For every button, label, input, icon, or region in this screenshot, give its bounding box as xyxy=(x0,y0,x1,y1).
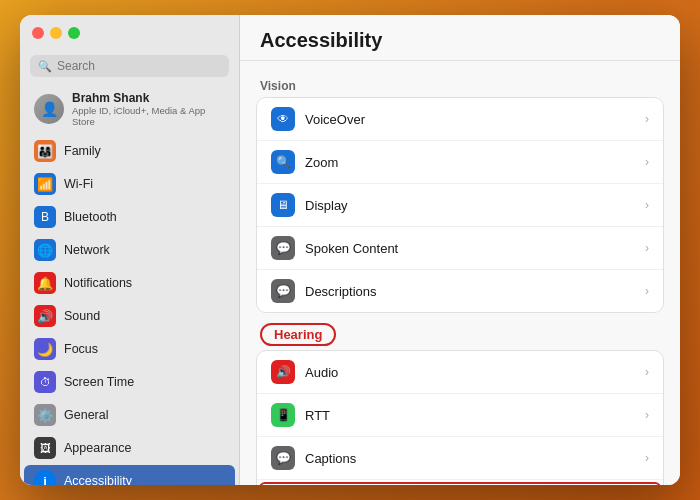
main-content: Accessibility Vision 👁 VoiceOver › 🔍 Zoo… xyxy=(240,15,680,485)
spokencontent-row[interactable]: 💬 Spoken Content › xyxy=(257,227,663,270)
audio-icon: 🔊 xyxy=(271,360,295,384)
sidebar-item-label: General xyxy=(64,408,108,422)
sidebar-item-general[interactable]: ⚙️ General xyxy=(24,399,235,431)
spokencontent-icon: 💬 xyxy=(271,236,295,260)
vision-settings-group: 👁 VoiceOver › 🔍 Zoom › 🖥 Display › 💬 Spo… xyxy=(256,97,664,313)
search-bar[interactable]: 🔍 xyxy=(30,55,229,77)
sidebar-item-wifi[interactable]: 📶 Wi-Fi xyxy=(24,168,235,200)
title-bar xyxy=(20,15,239,51)
zoom-row[interactable]: 🔍 Zoom › xyxy=(257,141,663,184)
notifications-icon: 🔔 xyxy=(34,272,56,294)
chevron-icon: › xyxy=(645,241,649,255)
system-preferences-window: 🔍 👤 Brahm Shank Apple ID, iCloud+, Media… xyxy=(20,15,680,485)
hearing-section-header: Hearing xyxy=(256,323,664,346)
sidebar-item-bluetooth[interactable]: B Bluetooth xyxy=(24,201,235,233)
sidebar-item-focus[interactable]: 🌙 Focus xyxy=(24,333,235,365)
sidebar-item-label: Focus xyxy=(64,342,98,356)
user-profile-row[interactable]: 👤 Brahm Shank Apple ID, iCloud+, Media &… xyxy=(24,85,235,133)
family-icon: 👨‍👩‍👧 xyxy=(34,140,56,162)
chevron-icon: › xyxy=(645,198,649,212)
sidebar-item-screentime[interactable]: ⏱ Screen Time xyxy=(24,366,235,398)
descriptions-icon: 💬 xyxy=(271,279,295,303)
zoom-label: Zoom xyxy=(305,155,635,170)
screentime-icon: ⏱ xyxy=(34,371,56,393)
accessibility-icon: i xyxy=(34,470,56,485)
page-title: Accessibility xyxy=(260,29,660,52)
wifi-icon: 📶 xyxy=(34,173,56,195)
captions-row[interactable]: 💬 Captions › ↙ xyxy=(257,437,663,480)
rtt-icon: 📱 xyxy=(271,403,295,427)
chevron-icon: › xyxy=(645,112,649,126)
rtt-label: RTT xyxy=(305,408,635,423)
sidebar-item-label: Family xyxy=(64,144,101,158)
sidebar-item-label: Bluetooth xyxy=(64,210,117,224)
chevron-icon: › xyxy=(645,408,649,422)
sidebar-item-sound[interactable]: 🔊 Sound xyxy=(24,300,235,332)
sidebar-item-accessibility[interactable]: i Accessibility xyxy=(24,465,235,485)
rtt-row[interactable]: 📱 RTT › xyxy=(257,394,663,437)
sidebar: 🔍 👤 Brahm Shank Apple ID, iCloud+, Media… xyxy=(20,15,240,485)
hearing-badge: Hearing xyxy=(260,323,336,346)
display-icon: 🖥 xyxy=(271,193,295,217)
minimize-button[interactable] xyxy=(50,27,62,39)
sidebar-item-label: Network xyxy=(64,243,110,257)
focus-icon: 🌙 xyxy=(34,338,56,360)
section-label-vision: Vision xyxy=(260,79,664,93)
chevron-icon: › xyxy=(645,155,649,169)
sidebar-item-appearance[interactable]: 🖼 Appearance xyxy=(24,432,235,464)
chevron-icon: › xyxy=(645,365,649,379)
bluetooth-icon: B xyxy=(34,206,56,228)
sidebar-item-label: Sound xyxy=(64,309,100,323)
sidebar-item-notifications[interactable]: 🔔 Notifications xyxy=(24,267,235,299)
sidebar-item-label: Wi-Fi xyxy=(64,177,93,191)
sound-icon: 🔊 xyxy=(34,305,56,327)
voiceover-label: VoiceOver xyxy=(305,112,635,127)
spokencontent-label: Spoken Content xyxy=(305,241,635,256)
chevron-icon: › xyxy=(645,451,649,465)
content-area: Vision 👁 VoiceOver › 🔍 Zoom › 🖥 Display … xyxy=(240,61,680,485)
sidebar-item-label: Screen Time xyxy=(64,375,134,389)
livecaptions-row[interactable]: 💬 Live Captions (Beta) › xyxy=(259,482,661,485)
user-subtitle: Apple ID, iCloud+, Media & App Store xyxy=(72,105,225,127)
maximize-button[interactable] xyxy=(68,27,80,39)
voiceover-icon: 👁 xyxy=(271,107,295,131)
avatar: 👤 xyxy=(34,94,64,124)
zoom-icon: 🔍 xyxy=(271,150,295,174)
sidebar-item-network[interactable]: 🌐 Network xyxy=(24,234,235,266)
captions-label: Captions xyxy=(305,451,635,466)
search-input[interactable] xyxy=(57,59,221,73)
sidebar-item-family[interactable]: 👨‍👩‍👧 Family xyxy=(24,135,235,167)
main-header: Accessibility xyxy=(240,15,680,61)
voiceover-row[interactable]: 👁 VoiceOver › xyxy=(257,98,663,141)
captions-icon: 💬 xyxy=(271,446,295,470)
user-name: Brahm Shank xyxy=(72,91,225,105)
general-icon: ⚙️ xyxy=(34,404,56,426)
sidebar-item-label: Notifications xyxy=(64,276,132,290)
chevron-icon: › xyxy=(645,284,649,298)
sidebar-item-label: Appearance xyxy=(64,441,131,455)
user-info: Brahm Shank Apple ID, iCloud+, Media & A… xyxy=(72,91,225,127)
descriptions-row[interactable]: 💬 Descriptions › xyxy=(257,270,663,312)
appearance-icon: 🖼 xyxy=(34,437,56,459)
audio-row[interactable]: 🔊 Audio › xyxy=(257,351,663,394)
display-row[interactable]: 🖥 Display › xyxy=(257,184,663,227)
search-icon: 🔍 xyxy=(38,60,52,73)
sidebar-item-label: Accessibility xyxy=(64,474,132,485)
display-label: Display xyxy=(305,198,635,213)
hearing-settings-group: 🔊 Audio › 📱 RTT › 💬 Captions › ↙ xyxy=(256,350,664,485)
audio-label: Audio xyxy=(305,365,635,380)
descriptions-label: Descriptions xyxy=(305,284,635,299)
sidebar-items-list: 👤 Brahm Shank Apple ID, iCloud+, Media &… xyxy=(20,83,239,485)
close-button[interactable] xyxy=(32,27,44,39)
network-icon: 🌐 xyxy=(34,239,56,261)
